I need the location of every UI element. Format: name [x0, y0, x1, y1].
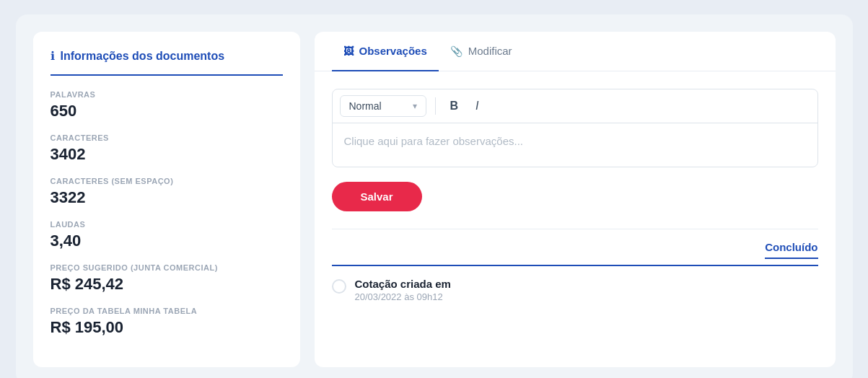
tabs-header: 🖼 Observações 📎 Modificar: [315, 32, 836, 71]
tab-observacoes-label: Observações: [359, 45, 427, 57]
format-select-label: Normal: [349, 100, 382, 112]
tab-modificar[interactable]: 📎 Modificar: [439, 32, 524, 71]
stat-label-preco-tabela: PREÇO DA TABELA MINHA TABELA: [51, 307, 283, 315]
left-panel: ℹ Informações dos documentos PALAVRAS 65…: [33, 32, 300, 367]
stat-label-caracteres: CARACTERES: [51, 133, 283, 142]
stat-label-palavras: PALAVRAS: [51, 90, 283, 99]
toolbar-divider: [435, 97, 436, 115]
concluded-label: Concluído: [332, 241, 818, 266]
stat-value-caracteres: 3402: [51, 145, 283, 164]
timeline-title: Cotação criada em: [355, 278, 451, 290]
stat-value-caracteres-sem-espaco: 3322: [51, 188, 283, 207]
timeline-content: Cotação criada em 20/03/2022 às 09h12: [355, 278, 451, 302]
italic-button[interactable]: I: [470, 97, 484, 115]
stat-laudas: LAUDAS 3,40: [51, 220, 283, 250]
timeline-date: 20/03/2022 às 09h12: [355, 291, 451, 302]
left-panel-title: Informações dos documentos: [61, 50, 225, 63]
stat-palavras: PALAVRAS 650: [51, 90, 283, 120]
stat-preco-tabela: PREÇO DA TABELA MINHA TABELA R$ 195,00: [51, 307, 283, 337]
info-icon: ℹ: [51, 49, 55, 63]
timeline-item: Cotação criada em 20/03/2022 às 09h12: [332, 278, 818, 302]
stat-caracteres-sem-espaco: CARACTERES (SEM ESPAÇO) 3322: [51, 177, 283, 207]
stat-label-caracteres-sem-espaco: CARACTERES (SEM ESPAÇO): [51, 177, 283, 185]
left-panel-header: ℹ Informações dos documentos: [51, 49, 283, 76]
editor-container: Normal ▾ B I Clique aqui para fazer obse…: [332, 89, 818, 167]
modificar-tab-icon: 📎: [450, 45, 463, 57]
stat-preco-sugerido: PREÇO SUGERIDO (JUNTA COMERCIAL) R$ 245,…: [51, 263, 283, 294]
format-select[interactable]: Normal ▾: [340, 95, 426, 117]
bottom-section: Concluído Cotação criada em 20/03/2022 à…: [332, 229, 818, 302]
tab-modificar-label: Modificar: [468, 45, 512, 57]
right-panel: 🖼 Observações 📎 Modificar Normal ▾ B I: [315, 32, 836, 367]
stat-value-preco-tabela: R$ 195,00: [51, 318, 283, 337]
stat-label-preco-sugerido: PREÇO SUGERIDO (JUNTA COMERCIAL): [51, 263, 283, 272]
main-container: ℹ Informações dos documentos PALAVRAS 65…: [16, 14, 853, 378]
chevron-down-icon: ▾: [413, 101, 417, 111]
stat-value-laudas: 3,40: [51, 232, 283, 250]
stat-label-laudas: LAUDAS: [51, 220, 283, 229]
editor-toolbar: Normal ▾ B I: [333, 89, 817, 123]
stat-value-preco-sugerido: R$ 245,42: [51, 275, 283, 294]
observacoes-tab-icon: 🖼: [343, 45, 354, 57]
editor-body[interactable]: Clique aqui para fazer observações...: [333, 123, 817, 167]
save-button[interactable]: Salvar: [332, 182, 422, 211]
concluded-text: Concluído: [765, 241, 817, 259]
right-panel-content: Normal ▾ B I Clique aqui para fazer obse…: [315, 71, 836, 320]
stat-value-palavras: 650: [51, 102, 283, 120]
bold-button[interactable]: B: [444, 97, 465, 115]
tab-observacoes[interactable]: 🖼 Observações: [332, 32, 439, 71]
timeline-circle: [332, 279, 346, 294]
stat-caracteres: CARACTERES 3402: [51, 133, 283, 164]
